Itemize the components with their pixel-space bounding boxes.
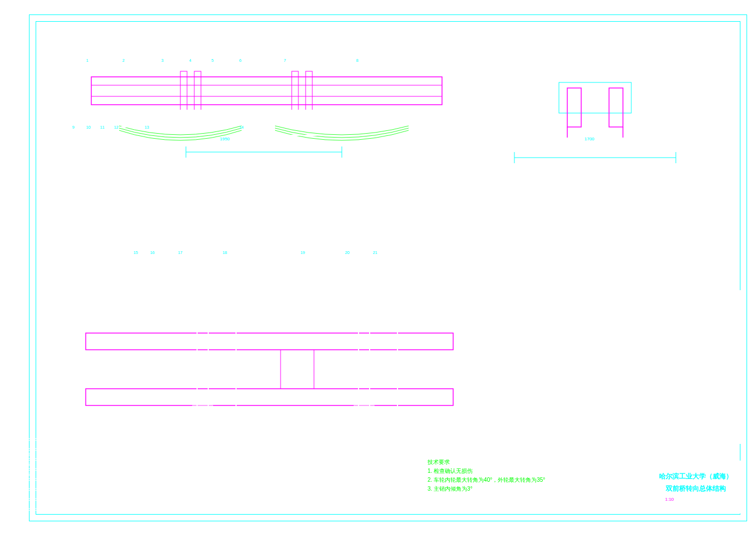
bom-row: 17一桥转向梯形臂135	[642, 320, 739, 327]
scale: 1:10	[652, 495, 687, 504]
bom-row: 21二桥转向梯形臂135	[642, 299, 739, 306]
bom-row: 11卡箍11	[642, 364, 739, 371]
side-label: 记录编号	[12, 460, 37, 469]
university: 哈尔滨工业大学（威海）	[652, 471, 739, 483]
side-label: 签 字	[12, 480, 37, 489]
technical-requirements: 技术要求 1. 检查确认无损伤 2. 车轮内轮最大转角为40°，外轮最大转角为3…	[428, 458, 545, 493]
bom-row: 19一桥转向梯形拉杆135	[642, 313, 739, 320]
bom-row: 9M22六角开口螺母	[642, 378, 739, 385]
bom-row: 7车架1	[642, 393, 739, 400]
bom-row: 12一桥转向纵拉杆135	[642, 356, 739, 364]
bom-row: 20二桥转向横拉杆135	[642, 291, 739, 299]
bom-row: 5中间拉杆2135	[642, 407, 739, 414]
tech-req-title: 技术要求	[428, 458, 545, 467]
bom-row: 1一桥转向摇臂140Cr	[642, 436, 739, 443]
bom-row: 20二桥1	[642, 306, 739, 313]
dim-front-track: 1700	[585, 136, 595, 141]
bom-table: 20二桥转向横拉杆13521二桥转向梯形臂13520二桥119一桥转向梯形拉杆1…	[641, 290, 740, 444]
bom-row: 3中间摇臂140Cr	[642, 422, 739, 429]
bom-row: 14二桥转向纵拉杆135	[642, 342, 739, 349]
bom-row: 8二桥转向节臂140Cr	[642, 385, 739, 393]
bom-row: 2中间拉杆1135	[642, 429, 739, 436]
bom-row: 13钢板弹簧460Si2Mn	[642, 349, 739, 356]
tb-code-hdr: 代号	[569, 462, 606, 471]
drawing-frame-inner	[36, 21, 740, 515]
revision-side-table: 借(通)用旧底图总号记录编号底图总号签 字日 期描 图	[10, 438, 38, 511]
side-label: 旧底图总号	[12, 450, 37, 459]
tech-req-line-2: 2. 车轮内轮最大转角为40°，外轮最大转角为35°	[428, 476, 545, 485]
drawing-title: 双前桥转向总体结构	[652, 483, 739, 495]
tb-name-hdr: 名称	[605, 462, 652, 471]
side-label: 描 图	[12, 500, 37, 509]
bom-row: 6二桥转向摇臂140Cr	[642, 400, 739, 407]
bom-row: 10球头销1130Cr	[642, 371, 739, 378]
bom-row: 4一桥转向节臂140Cr	[642, 414, 739, 422]
dim-side-length: 1950	[220, 136, 230, 141]
title-block: 代号 名称 数量 材料 单件 总计 备注 哈尔滨工业大学（威海） 双前桥转向总体…	[568, 461, 740, 514]
side-label: 底图总号	[12, 470, 37, 479]
side-label: 借(通)用	[12, 440, 37, 449]
tech-req-line-3: 3. 主销内倾角为3°	[428, 485, 545, 493]
tech-req-line-1: 1. 检查确认无损伤	[428, 467, 545, 476]
bom-row: 16M36六角开口螺母11	[642, 327, 739, 335]
sheet-count: 共 张 第 张	[611, 504, 687, 513]
side-label: 日 期	[12, 490, 37, 499]
bom-row: 15一桥1	[642, 335, 739, 342]
